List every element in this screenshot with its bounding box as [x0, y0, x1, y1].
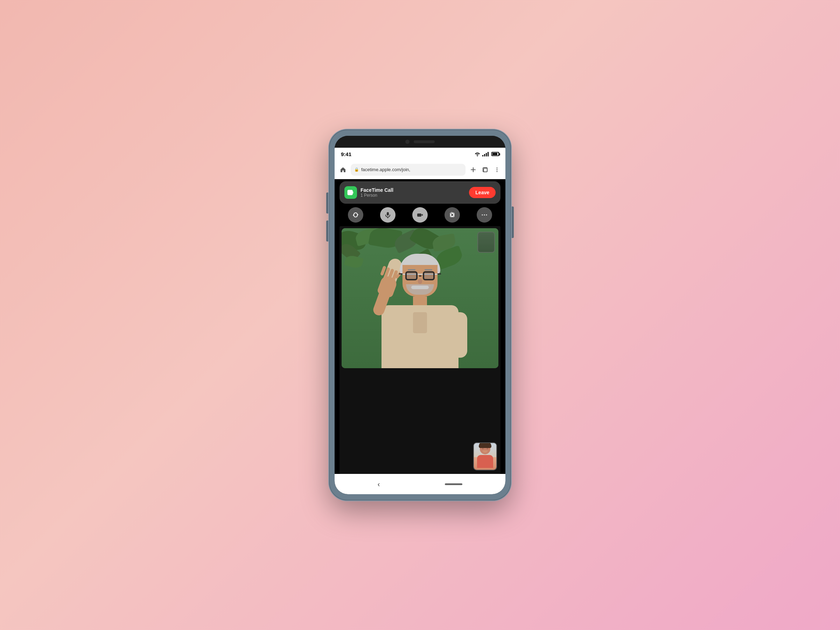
svg-point-14	[486, 215, 487, 216]
more-options-button[interactable]	[477, 207, 492, 223]
svg-point-11	[451, 213, 453, 216]
home-button[interactable]	[338, 165, 348, 175]
browser-bar: 🔒 facetime.apple.com/join,	[335, 160, 505, 179]
svg-point-12	[482, 215, 483, 216]
volume-up-button[interactable]	[326, 193, 328, 213]
speaker-grille	[414, 141, 435, 143]
screenshot-button[interactable]	[445, 207, 460, 223]
svg-point-6	[497, 169, 498, 170]
phone-wrapper: 9:41	[329, 129, 511, 501]
screen: 9:41	[335, 136, 505, 494]
nav-pill	[445, 483, 463, 485]
main-caller-video	[342, 228, 498, 368]
rotate-button[interactable]	[348, 207, 363, 223]
facetime-info: FaceTime Call 1 Person	[360, 187, 466, 198]
back-button[interactable]: ‹	[377, 480, 380, 488]
nav-bar: ‹	[335, 474, 505, 494]
wifi-icon	[475, 152, 480, 156]
more-menu-button[interactable]	[492, 165, 502, 175]
browser-actions	[468, 165, 502, 175]
microphone-button[interactable]	[380, 207, 395, 223]
facetime-call-subtitle: 1 Person	[360, 193, 466, 198]
svg-point-5	[497, 167, 498, 168]
status-time: 9:41	[341, 151, 351, 157]
self-view-video[interactable]	[473, 442, 497, 471]
pip-thumbnail	[477, 232, 495, 253]
signal-bars-icon	[482, 152, 489, 156]
video-area	[339, 226, 501, 474]
facetime-call-title: FaceTime Call	[360, 187, 466, 193]
svg-rect-8	[387, 212, 389, 216]
volume-down-button[interactable]	[326, 221, 328, 242]
phone-body: 9:41	[329, 129, 511, 501]
facetime-notification-bar: FaceTime Call 1 Person Leave	[339, 181, 501, 204]
tab-switcher-button[interactable]	[480, 165, 490, 175]
svg-rect-10	[417, 213, 422, 217]
camera-button[interactable]	[412, 207, 428, 223]
battery-icon	[491, 152, 499, 156]
camera-dot	[405, 140, 409, 144]
svg-point-0	[477, 155, 478, 156]
facetime-app-icon	[344, 186, 357, 199]
svg-point-7	[497, 171, 498, 172]
power-button[interactable]	[512, 207, 514, 238]
controls-bar	[339, 206, 501, 224]
svg-point-13	[484, 215, 485, 216]
add-tab-button[interactable]	[468, 165, 478, 175]
status-icons	[475, 152, 499, 156]
lock-icon: 🔒	[354, 167, 359, 172]
status-bar: 9:41	[335, 148, 505, 160]
notch-area	[335, 136, 505, 148]
leave-call-button[interactable]: Leave	[469, 187, 496, 198]
url-text: facetime.apple.com/join,	[361, 167, 462, 172]
address-bar[interactable]: 🔒 facetime.apple.com/join,	[351, 164, 466, 176]
svg-rect-4	[484, 168, 487, 172]
